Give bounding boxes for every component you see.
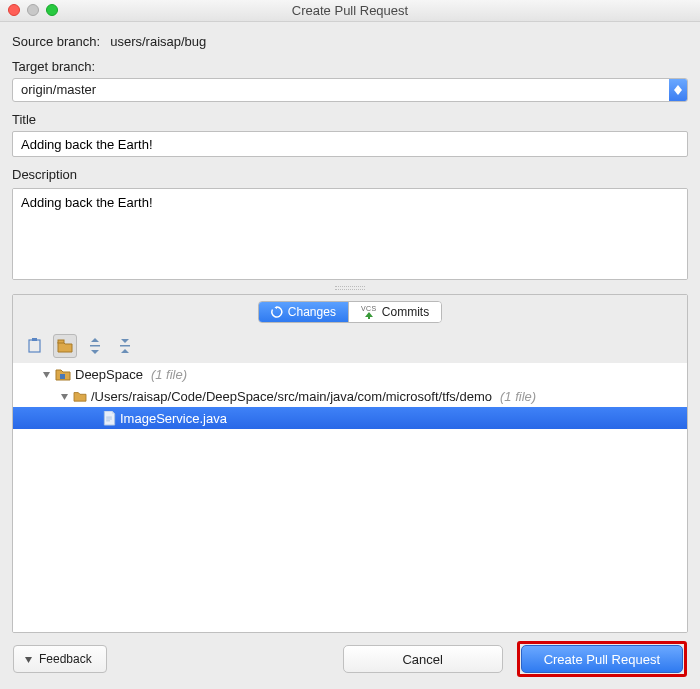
description-label: Description — [12, 167, 688, 182]
dialog-content: Source branch: users/raisap/bug Target b… — [0, 22, 700, 689]
create-button-label: Create Pull Request — [544, 652, 660, 667]
tree-path-row[interactable]: /Users/raisap/Code/DeepSpace/src/main/ja… — [13, 385, 687, 407]
chevron-down-icon — [24, 655, 33, 664]
chevron-down-icon[interactable] — [41, 369, 51, 379]
collapse-all-button[interactable] — [113, 334, 137, 358]
tree-root-row[interactable]: DeepSpace (1 file) — [13, 363, 687, 385]
tree-root-count: (1 file) — [151, 367, 187, 382]
tree-file-row[interactable]: ImageService.java — [13, 407, 687, 429]
tabs-row: Changes VCS Commits — [13, 295, 687, 329]
svg-rect-3 — [90, 345, 100, 347]
expand-all-button[interactable] — [83, 334, 107, 358]
cancel-button[interactable]: Cancel — [343, 645, 503, 673]
folder-view-button[interactable] — [53, 334, 77, 358]
java-file-icon — [103, 411, 116, 426]
close-window-button[interactable] — [8, 4, 20, 16]
window-controls — [8, 4, 58, 16]
module-folder-icon — [55, 367, 71, 381]
svg-rect-6 — [106, 416, 112, 417]
expand-all-icon — [88, 338, 102, 354]
minimize-window-button[interactable] — [27, 4, 39, 16]
tab-changes-label: Changes — [288, 305, 336, 319]
folder-icon — [73, 390, 87, 402]
refresh-icon — [271, 306, 283, 318]
changes-tree[interactable]: DeepSpace (1 file) /Users/raisap/Code/De… — [13, 363, 687, 632]
tab-changes[interactable]: Changes — [259, 302, 348, 322]
bottom-bar: Feedback Cancel Create Pull Request — [12, 641, 688, 679]
folder-view-icon — [57, 339, 73, 353]
description-textarea[interactable]: Adding back the Earth! — [13, 189, 687, 279]
svg-rect-4 — [120, 345, 130, 347]
title-input[interactable] — [12, 131, 688, 157]
group-by-directory-icon — [27, 338, 43, 354]
source-branch-label: Source branch: — [12, 34, 100, 49]
feedback-label: Feedback — [39, 652, 92, 666]
target-branch-label: Target branch: — [12, 59, 688, 74]
svg-rect-1 — [32, 338, 37, 341]
create-button-highlight: Create Pull Request — [517, 641, 687, 677]
cancel-button-label: Cancel — [402, 652, 442, 667]
svg-rect-0 — [29, 340, 40, 352]
svg-rect-5 — [60, 374, 65, 379]
maximize-window-button[interactable] — [46, 4, 58, 16]
tree-path-count: (1 file) — [500, 389, 536, 404]
tree-file-label: ImageService.java — [120, 411, 227, 426]
tab-commits-label: Commits — [382, 305, 429, 319]
create-pull-request-button[interactable]: Create Pull Request — [521, 645, 683, 673]
vcs-badge: VCS — [361, 305, 377, 312]
window-title: Create Pull Request — [292, 3, 408, 18]
svg-rect-2 — [58, 340, 64, 343]
tree-path-label: /Users/raisap/Code/DeepSpace/src/main/ja… — [91, 389, 492, 404]
dialog-action-buttons: Cancel Create Pull Request — [343, 641, 687, 677]
feedback-button[interactable]: Feedback — [13, 645, 107, 673]
changes-toolbar — [13, 329, 687, 363]
target-branch-select[interactable]: origin/master — [12, 78, 688, 102]
titlebar: Create Pull Request — [0, 0, 700, 22]
svg-rect-7 — [106, 418, 112, 419]
tree-root-label: DeepSpace — [75, 367, 143, 382]
target-branch-selected-value: origin/master — [13, 79, 669, 101]
tab-segment: Changes VCS Commits — [258, 301, 442, 323]
svg-rect-8 — [106, 420, 110, 421]
description-box: Adding back the Earth! — [12, 188, 688, 280]
splitter-handle[interactable] — [12, 284, 688, 292]
commit-up-icon — [365, 312, 373, 319]
dropdown-arrows-icon — [669, 79, 687, 101]
group-by-directory-button[interactable] — [23, 334, 47, 358]
source-branch-value: users/raisap/bug — [110, 34, 206, 49]
source-branch-row: Source branch: users/raisap/bug — [12, 34, 688, 49]
changes-panel: Changes VCS Commits — [12, 294, 688, 633]
collapse-all-icon — [118, 338, 132, 354]
chevron-down-icon[interactable] — [59, 391, 69, 401]
tab-commits[interactable]: VCS Commits — [348, 302, 441, 322]
title-label: Title — [12, 112, 688, 127]
dialog-window: Create Pull Request Source branch: users… — [0, 0, 700, 689]
